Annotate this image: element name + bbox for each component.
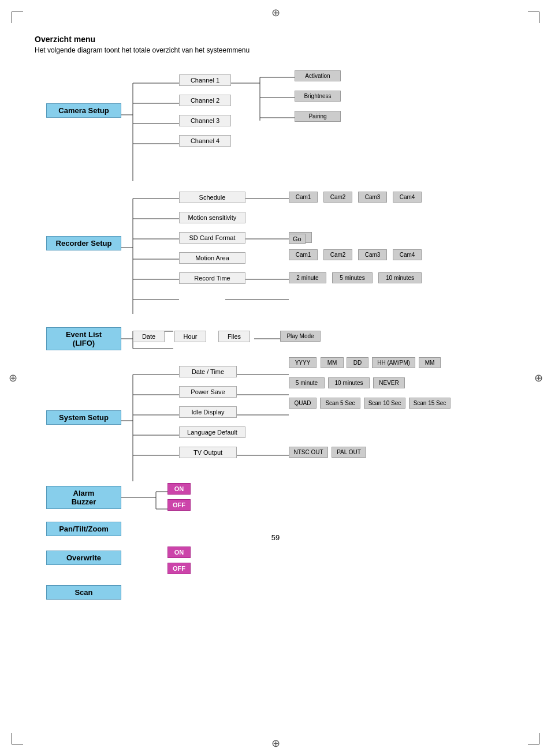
corner-mark-tr (528, 12, 539, 23)
corner-mark-br (528, 733, 539, 744)
pairing-box: Pairing (295, 111, 341, 122)
sd-cam3: Cam3 (358, 249, 387, 260)
motion-5min: 5 minutes (332, 272, 373, 283)
files-box: Files (218, 331, 250, 342)
crosshair-left: ⊕ (9, 372, 17, 384)
channel3-box: Channel 3 (179, 115, 231, 126)
tv-output-box: TV Output (179, 447, 237, 458)
id-scan15: Scan 15 Sec (409, 398, 451, 409)
sched-cam2: Cam2 (323, 192, 352, 203)
page-title: Overzicht menu (35, 35, 516, 44)
schedule-box: Schedule (179, 192, 245, 203)
power-save-box: Power Save (179, 386, 237, 398)
motion-area-box: Motion Area (179, 252, 245, 264)
record-time-box: Record Time (179, 272, 245, 284)
overwrite-box: Overwrite (46, 551, 121, 565)
crosshair-bottom: ⊕ (271, 737, 280, 750)
overwrite-on-box: ON (167, 547, 191, 558)
crosshair-right: ⊕ (534, 372, 543, 384)
motion-10min: 10 minutes (378, 272, 422, 283)
channel2-box: Channel 2 (179, 95, 231, 106)
ps-never: NEVER (373, 377, 405, 388)
corner-mark-tl (12, 12, 23, 23)
dt-mm: MM (321, 357, 344, 368)
ps-5min: 5 minute (289, 377, 325, 388)
alarm-buzzer-box: AlarmBuzzer (46, 486, 121, 509)
sd-cam2: Cam2 (323, 249, 352, 260)
scan-box: Scan (46, 585, 121, 600)
language-default-box: Language Default (179, 426, 245, 438)
sd-cam4: Cam4 (393, 249, 422, 260)
system-setup-box: System Setup (46, 410, 121, 425)
diagram-lines (40, 66, 514, 516)
event-list-box: Event List(LIFO) (46, 327, 121, 350)
sd-card-format-box: SD Card Format (179, 232, 245, 244)
go-label: Go (289, 234, 306, 244)
sched-cam4: Cam4 (393, 192, 422, 203)
dt-hh: HH (AM/PM) (372, 357, 415, 368)
menu-diagram: Camera Setup Channel 1 Channel 2 Channel… (40, 66, 514, 516)
ps-10min: 10 minutes (328, 377, 370, 388)
hour-box: Hour (174, 331, 206, 342)
id-scan5: Scan 5 Sec (320, 398, 360, 409)
ntsc-out: NTSC OUT (289, 447, 328, 458)
brightness-box: Brightness (295, 91, 341, 102)
channel4-box: Channel 4 (179, 135, 231, 147)
activation-box: Activation (295, 70, 341, 81)
date-box: Date (133, 331, 165, 342)
idle-display-box: Idle Display (179, 406, 237, 418)
dt-dd: DD (347, 357, 368, 368)
corner-mark-bl (12, 733, 23, 744)
alarm-off-box: OFF (167, 499, 191, 511)
id-quad: QUAD (289, 398, 317, 409)
dt-mm2: MM (419, 357, 441, 368)
sd-cam1: Cam1 (289, 249, 318, 260)
dt-yyyy: YYYY (289, 357, 317, 368)
alarm-on-box: ON (167, 483, 191, 495)
date-time-box: Date / Time (179, 366, 237, 377)
crosshair-top: ⊕ (271, 6, 280, 19)
motion-sensitivity-box: Motion sensitivity (179, 212, 245, 223)
id-scan10: Scan 10 Sec (364, 398, 405, 409)
play-mode-box: Play Mode (280, 331, 321, 342)
channel1-box: Channel 1 (179, 74, 231, 86)
page-subtitle: Het volgende diagram toont het totale ov… (35, 46, 516, 54)
pan-tilt-zoom-box: Pan/Tilt/Zoom (46, 522, 121, 536)
camera-setup-box: Camera Setup (46, 103, 121, 118)
sched-cam1: Cam1 (289, 192, 318, 203)
motion-2min: 2 minute (289, 272, 326, 283)
pal-out: PAL OUT (332, 447, 366, 458)
sched-cam3: Cam3 (358, 192, 387, 203)
recorder-setup-box: Recorder Setup (46, 236, 121, 250)
overwrite-off-box: OFF (167, 563, 191, 574)
